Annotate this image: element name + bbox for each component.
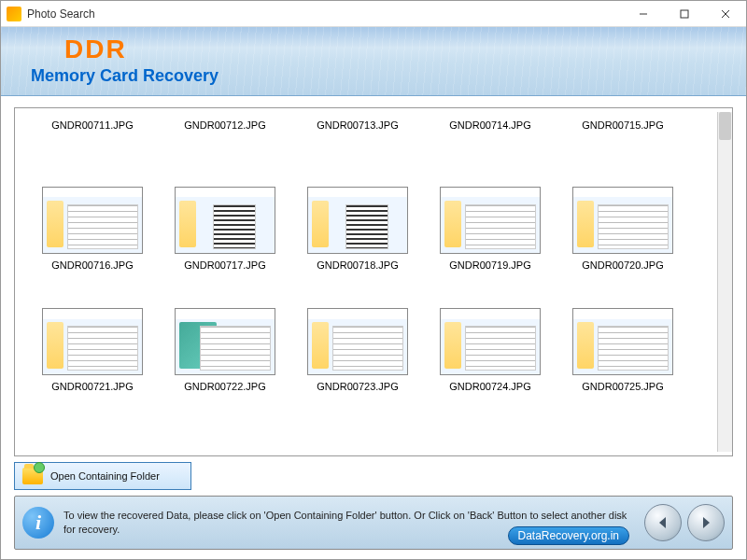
minimize-button[interactable] bbox=[623, 1, 664, 27]
thumbnail-icon bbox=[42, 308, 143, 375]
result-label: GNDR00714.JPG bbox=[449, 119, 530, 131]
app-window: Photo Search DDR Memory Card Recovery GN… bbox=[0, 0, 747, 560]
result-label: GNDR00711.JPG bbox=[51, 119, 133, 131]
result-label: GNDR00722.JPG bbox=[184, 381, 265, 392]
svg-rect-1 bbox=[681, 10, 688, 18]
result-label: GNDR00720.JPG bbox=[582, 259, 663, 271]
result-label: GNDR00717.JPG bbox=[184, 259, 265, 271]
window-title: Photo Search bbox=[27, 7, 623, 21]
thumbnail-icon bbox=[440, 308, 541, 375]
thumbnail-icon bbox=[572, 308, 673, 375]
result-label: GNDR00725.JPG bbox=[582, 381, 663, 392]
result-item[interactable]: GNDR00716.JPG bbox=[26, 153, 159, 274]
result-item[interactable]: GNDR00715.JPG bbox=[557, 116, 689, 153]
result-label: GNDR00715.JPG bbox=[582, 119, 663, 131]
close-button[interactable] bbox=[705, 1, 746, 27]
result-label: GNDR00716.JPG bbox=[51, 259, 133, 271]
footer-bar: i To view the recovered Data, please cli… bbox=[14, 496, 733, 550]
result-item[interactable]: GNDR00712.JPG bbox=[159, 116, 291, 153]
results-grid: GNDR00711.JPG GNDR00712.JPG GNDR00713.JP… bbox=[15, 108, 732, 403]
result-item[interactable]: GNDR00725.JPG bbox=[557, 274, 689, 396]
thumbnail-icon bbox=[307, 308, 408, 375]
next-button[interactable] bbox=[687, 504, 725, 541]
folder-open-icon bbox=[22, 468, 43, 484]
result-item[interactable]: GNDR00720.JPG bbox=[557, 153, 689, 274]
thumbnail-icon bbox=[440, 187, 541, 254]
brand-logo: DDR bbox=[64, 35, 727, 64]
brand-subtitle: Memory Card Recovery bbox=[31, 66, 727, 86]
header-banner: DDR Memory Card Recovery bbox=[1, 27, 746, 96]
result-item[interactable]: GNDR00717.JPG bbox=[159, 153, 291, 274]
thumbnail-icon bbox=[572, 187, 673, 254]
thumbnail-icon bbox=[42, 187, 143, 254]
result-item[interactable]: GNDR00724.JPG bbox=[424, 274, 557, 396]
maximize-button[interactable] bbox=[664, 1, 705, 27]
result-label: GNDR00719.JPG bbox=[449, 259, 530, 271]
scrollbar-thumb[interactable] bbox=[719, 112, 731, 140]
watermark-link[interactable]: DataRecovery.org.in bbox=[508, 526, 630, 545]
back-button[interactable] bbox=[644, 504, 682, 541]
thumbnail-icon bbox=[175, 308, 275, 375]
content-area: GNDR00711.JPG GNDR00712.JPG GNDR00713.JP… bbox=[1, 96, 746, 494]
result-item[interactable]: GNDR00721.JPG bbox=[26, 274, 159, 396]
app-icon bbox=[7, 7, 21, 21]
result-item[interactable]: GNDR00711.JPG bbox=[26, 116, 159, 153]
result-label: GNDR00712.JPG bbox=[184, 119, 265, 131]
info-icon: i bbox=[22, 507, 54, 539]
result-item[interactable]: GNDR00719.JPG bbox=[424, 153, 557, 274]
result-item[interactable]: GNDR00722.JPG bbox=[159, 274, 291, 396]
open-folder-label: Open Containing Folder bbox=[50, 470, 160, 482]
result-label: GNDR00721.JPG bbox=[51, 381, 133, 392]
thumbnail-icon bbox=[307, 187, 408, 254]
result-label: GNDR00713.JPG bbox=[317, 119, 398, 131]
scrollbar[interactable] bbox=[717, 112, 732, 452]
result-item[interactable]: GNDR00718.JPG bbox=[291, 153, 424, 274]
result-item[interactable]: GNDR00713.JPG bbox=[291, 116, 424, 153]
results-panel: GNDR00711.JPG GNDR00712.JPG GNDR00713.JP… bbox=[14, 107, 733, 456]
result-label: GNDR00723.JPG bbox=[317, 381, 398, 392]
result-label: GNDR00718.JPG bbox=[317, 259, 398, 271]
titlebar: Photo Search bbox=[1, 1, 746, 27]
open-containing-folder-button[interactable]: Open Containing Folder bbox=[14, 462, 191, 490]
result-item[interactable]: GNDR00714.JPG bbox=[424, 116, 557, 153]
result-label: GNDR00724.JPG bbox=[449, 381, 530, 392]
thumbnail-icon bbox=[175, 187, 275, 254]
result-item[interactable]: GNDR00723.JPG bbox=[291, 274, 424, 396]
